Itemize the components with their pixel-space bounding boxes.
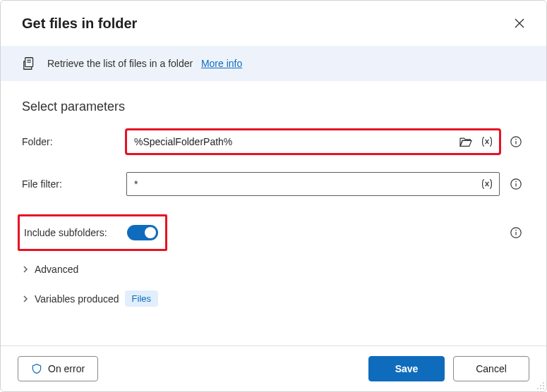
variables-produced-expander[interactable]: Variables produced Files (22, 290, 525, 307)
svg-point-6 (515, 230, 517, 231)
file-filter-help-button[interactable] (507, 178, 525, 190)
footer-actions: Save Cancel (368, 356, 529, 381)
folder-input-icons (457, 135, 495, 149)
svg-point-2 (515, 139, 517, 140)
dialog-footer: On error Save Cancel (1, 345, 546, 391)
toggle-knob (145, 227, 156, 238)
advanced-label: Advanced (35, 264, 78, 275)
on-error-button[interactable]: On error (18, 356, 98, 381)
variable-picker-button[interactable] (479, 177, 495, 191)
close-icon (514, 18, 525, 29)
include-subfolders-highlight: Include subfolders: (18, 214, 167, 251)
banner-description: Retrieve the list of files in a folder (47, 58, 193, 69)
browse-folder-button[interactable] (457, 135, 474, 149)
cancel-button[interactable]: Cancel (453, 356, 529, 381)
banner-text: Retrieve the list of files in a folder M… (47, 58, 242, 69)
dialog: Get files in folder Retrieve the list of… (0, 0, 547, 392)
file-filter-input-wrap (126, 172, 500, 196)
include-subfolders-help-button[interactable] (507, 226, 525, 239)
svg-point-9 (543, 385, 544, 386)
save-label: Save (395, 363, 419, 374)
folder-input-wrap (126, 130, 500, 154)
file-filter-label: File filter: (22, 178, 119, 190)
variables-produced-label: Variables produced (35, 293, 119, 305)
svg-point-11 (540, 388, 541, 389)
save-button[interactable]: Save (368, 356, 445, 381)
include-subfolders-label: Include subfolders: (24, 227, 117, 238)
shield-icon (31, 363, 42, 374)
info-icon (510, 226, 522, 239)
file-filter-input-icons (479, 177, 495, 191)
variable-icon (480, 136, 494, 147)
dialog-body: Select parameters Folder: (1, 81, 546, 345)
variable-picker-button[interactable] (479, 135, 495, 149)
cancel-label: Cancel (476, 363, 507, 374)
include-subfolders-toggle[interactable] (127, 225, 158, 240)
variable-badge-files[interactable]: Files (125, 290, 158, 307)
folder-label: Folder: (22, 136, 119, 147)
svg-point-12 (543, 388, 544, 389)
info-icon (510, 135, 522, 148)
section-title: Select parameters (22, 99, 525, 114)
folder-files-icon (22, 56, 37, 71)
folder-help-button[interactable] (507, 135, 525, 148)
close-button[interactable] (510, 13, 529, 33)
variable-icon (480, 178, 494, 190)
folder-row: Folder: (22, 130, 525, 154)
svg-point-10 (537, 388, 539, 389)
dialog-title: Get files in folder (22, 16, 137, 32)
include-subfolders-row: Include subfolders: (22, 214, 525, 251)
file-filter-input[interactable] (126, 172, 500, 196)
more-info-link[interactable]: More info (201, 58, 242, 69)
dialog-header: Get files in folder (1, 1, 546, 46)
info-banner: Retrieve the list of files in a folder M… (1, 46, 546, 81)
svg-point-4 (515, 181, 517, 183)
folder-open-icon (459, 136, 473, 147)
info-icon (510, 178, 522, 190)
folder-input[interactable] (126, 130, 500, 154)
file-filter-row: File filter: (22, 172, 525, 196)
advanced-expander[interactable]: Advanced (22, 264, 525, 275)
chevron-right-icon (22, 266, 29, 273)
on-error-label: On error (48, 363, 85, 374)
svg-point-7 (543, 382, 544, 384)
svg-point-8 (540, 385, 541, 386)
resize-grip-icon[interactable] (535, 380, 545, 390)
chevron-right-icon (22, 295, 29, 302)
